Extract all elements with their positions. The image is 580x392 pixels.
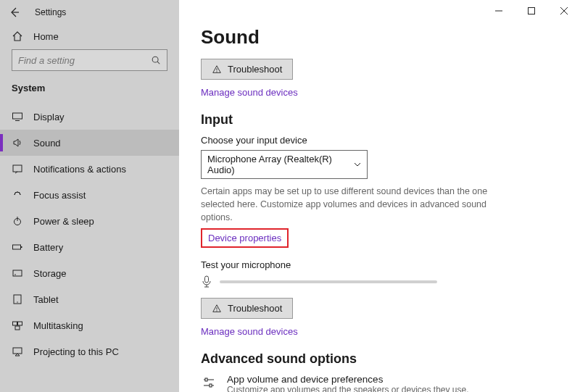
display-icon [12, 111, 23, 122]
choose-input-label: Choose your input device [201, 135, 558, 146]
nav-item-tablet[interactable]: Tablet [0, 286, 179, 312]
svg-point-11 [14, 274, 16, 275]
warning-icon [212, 304, 222, 314]
warning-icon [212, 64, 222, 75]
nav-item-notifications[interactable]: Notifications & actions [0, 156, 179, 182]
svg-rect-19 [528, 8, 534, 14]
power-icon [12, 215, 23, 227]
nav-home[interactable]: Home [0, 25, 179, 49]
microphone-icon [201, 275, 212, 289]
projecting-icon [12, 346, 23, 357]
input-heading: Input [201, 112, 558, 128]
nav-label: Notifications & actions [33, 164, 126, 175]
manage-input-link[interactable]: Manage sound devices [201, 326, 298, 337]
back-button[interactable] [6, 4, 23, 21]
nav-label: Display [33, 112, 65, 122]
svg-point-1 [152, 57, 158, 62]
input-device-value: Microphone Array (Realtek(R) Audio) [207, 154, 354, 175]
search-icon [151, 55, 161, 65]
maximize-button[interactable] [515, 0, 547, 22]
nav-label: Projecting to this PC [33, 346, 119, 357]
focus-icon [12, 189, 23, 201]
troubleshoot-output-button[interactable]: Troubleshoot [201, 59, 293, 80]
nav-label: Battery [33, 242, 63, 253]
nav-label: Tablet [33, 294, 59, 305]
adv-subtitle: Customize app volumes and the speakers o… [227, 385, 469, 392]
home-icon [12, 30, 23, 42]
svg-line-2 [157, 62, 160, 64]
nav-label: Power & sleep [33, 216, 94, 227]
manage-output-link[interactable]: Manage sound devices [201, 87, 298, 98]
app-title: Settings [35, 7, 66, 17]
troubleshoot-label: Troubleshoot [228, 64, 282, 75]
close-button[interactable] [547, 0, 580, 22]
mic-level-bar [220, 280, 437, 283]
svg-point-13 [17, 301, 17, 302]
input-description: Certain apps may be set up to use differ… [201, 185, 505, 224]
battery-icon [12, 241, 23, 253]
nav-item-multitask[interactable]: Multitasking [0, 312, 179, 338]
app-volume-item[interactable]: App volume and device preferences Custom… [201, 374, 558, 392]
input-device-select[interactable]: Microphone Array (Realtek(R) Audio) [201, 150, 368, 179]
test-mic-label: Test your microphone [201, 259, 558, 270]
svg-rect-30 [205, 378, 207, 381]
notification-icon [12, 163, 23, 175]
svg-point-23 [216, 71, 217, 72]
nav-home-label: Home [33, 31, 59, 42]
nav-item-battery[interactable]: Battery [0, 234, 179, 260]
svg-rect-10 [13, 270, 22, 276]
nav-item-display[interactable]: Display [0, 104, 179, 130]
multitask-icon [12, 320, 23, 331]
search-input[interactable] [12, 49, 167, 71]
nav-label: Multitasking [33, 320, 83, 331]
svg-rect-9 [21, 246, 22, 248]
device-properties-link[interactable]: Device properties [208, 233, 281, 243]
nav-item-projecting[interactable]: Projecting to this PC [0, 338, 179, 364]
nav-label: Focus assist [33, 190, 86, 201]
sound-icon [12, 137, 23, 149]
nav-item-storage[interactable]: Storage [0, 260, 179, 286]
svg-rect-17 [13, 348, 22, 354]
nav-label: Storage [33, 268, 67, 279]
svg-rect-5 [13, 165, 22, 172]
troubleshoot-input-button[interactable]: Troubleshoot [201, 298, 293, 319]
nav-label: Sound [33, 138, 61, 149]
tablet-icon [12, 293, 23, 305]
troubleshoot-label: Troubleshoot [228, 303, 282, 314]
storage-icon [12, 267, 23, 279]
highlight-box: Device properties [201, 228, 289, 248]
adv-title: App volume and device preferences [227, 374, 469, 385]
svg-rect-3 [13, 113, 22, 119]
nav-item-focus[interactable]: Focus assist [0, 182, 179, 208]
advanced-heading: Advanced sound options [201, 351, 558, 367]
chevron-down-icon [354, 161, 361, 168]
svg-rect-32 [210, 384, 212, 387]
page-title: Sound [201, 26, 558, 49]
svg-rect-8 [13, 245, 21, 249]
minimize-button[interactable] [482, 0, 515, 22]
sliders-icon [201, 374, 217, 392]
svg-rect-14 [13, 322, 17, 325]
svg-rect-15 [18, 322, 22, 325]
nav-item-power[interactable]: Power & sleep [0, 208, 179, 234]
category-heading: System [0, 78, 179, 104]
svg-rect-24 [205, 276, 209, 283]
nav-list: Display Sound Notifications & actions Fo… [0, 104, 179, 392]
svg-rect-16 [15, 326, 20, 330]
search-field[interactable] [18, 55, 151, 66]
svg-point-28 [216, 310, 217, 311]
nav-item-sound[interactable]: Sound [0, 130, 179, 156]
